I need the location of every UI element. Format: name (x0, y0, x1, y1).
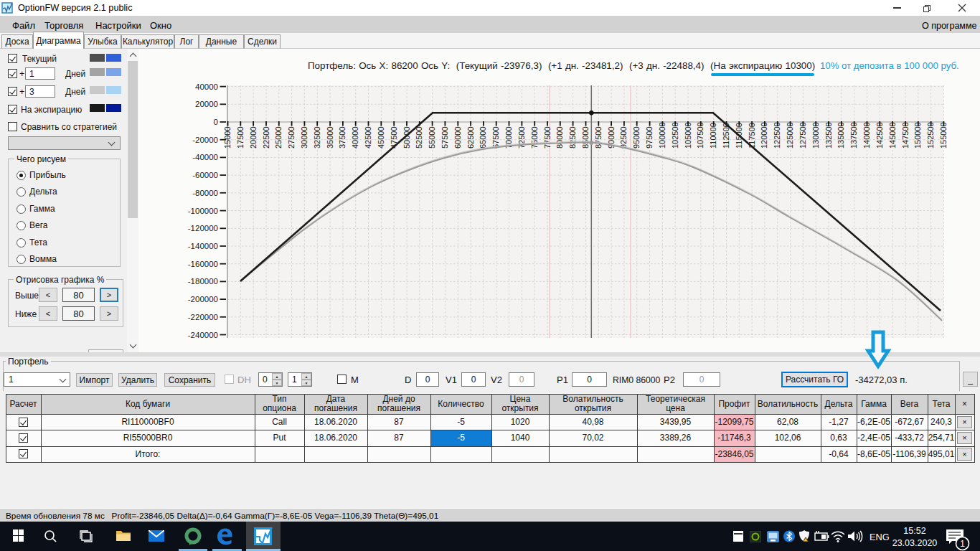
svg-text:97500: 97500 (645, 126, 654, 149)
svg-text:102500: 102500 (671, 122, 679, 149)
svg-text:95000: 95000 (632, 126, 641, 149)
svg-text:57500: 57500 (440, 126, 449, 149)
svg-text:107500: 107500 (696, 122, 705, 149)
svg-text:100000: 100000 (658, 122, 666, 149)
svg-text:30000: 30000 (300, 126, 308, 149)
svg-text:92500: 92500 (619, 126, 628, 149)
svg-text:-100000: -100000 (188, 207, 218, 215)
svg-text:75000: 75000 (530, 126, 539, 149)
svg-text:87500: 87500 (594, 126, 603, 149)
svg-text:135000: 135000 (837, 122, 845, 149)
svg-text:22500: 22500 (262, 126, 270, 149)
svg-text:20000: 20000 (195, 100, 218, 108)
svg-text:-240000: -240000 (188, 331, 218, 339)
svg-text:27500: 27500 (287, 126, 296, 149)
svg-text:60000: 60000 (453, 126, 462, 149)
svg-text:65000: 65000 (479, 126, 487, 149)
svg-text:147500: 147500 (901, 122, 910, 149)
svg-text:40000: 40000 (351, 126, 359, 149)
svg-text:37500: 37500 (338, 126, 347, 149)
svg-text:125000: 125000 (786, 122, 794, 149)
svg-text:15000: 15000 (223, 126, 232, 149)
svg-text:-180000: -180000 (188, 277, 218, 286)
svg-text:-160000: -160000 (188, 260, 218, 268)
svg-text:62500: 62500 (466, 126, 475, 149)
svg-text:-140000: -140000 (188, 242, 218, 250)
svg-text:110000: 110000 (709, 123, 717, 149)
svg-text:105000: 105000 (684, 122, 692, 149)
svg-text:45000: 45000 (377, 126, 385, 149)
svg-text:67500: 67500 (491, 126, 500, 149)
svg-text:132500: 132500 (824, 122, 833, 149)
svg-text:150000: 150000 (913, 122, 922, 149)
svg-text:140000: 140000 (862, 122, 871, 149)
svg-text:80000: 80000 (555, 126, 564, 149)
svg-text:82500: 82500 (568, 126, 577, 149)
svg-text:-120000: -120000 (188, 224, 218, 232)
svg-text:-220000: -220000 (188, 313, 218, 321)
svg-text:127500: 127500 (798, 122, 807, 149)
svg-text:-20000: -20000 (192, 136, 218, 144)
svg-text:142500: 142500 (875, 122, 884, 149)
svg-text:-200000: -200000 (188, 295, 218, 303)
svg-text:137500: 137500 (849, 122, 858, 149)
svg-text:55000: 55000 (428, 126, 436, 149)
svg-text:85000: 85000 (581, 126, 590, 149)
svg-text:77500: 77500 (543, 126, 552, 149)
svg-text:1: 1 (960, 539, 965, 549)
svg-text:35000: 35000 (326, 126, 334, 149)
svg-text:-40000: -40000 (192, 153, 218, 161)
svg-text:130000: 130000 (811, 122, 820, 149)
svg-text:155000: 155000 (939, 122, 948, 149)
svg-text:0: 0 (214, 118, 218, 126)
svg-text:-80000: -80000 (192, 189, 218, 197)
svg-text:40000: 40000 (195, 83, 218, 91)
svg-text:42500: 42500 (364, 126, 372, 149)
svg-text:152500: 152500 (926, 122, 935, 149)
svg-text:145000: 145000 (888, 122, 897, 149)
svg-text:25000: 25000 (274, 126, 283, 149)
svg-text:122500: 122500 (773, 122, 781, 149)
svg-text:-60000: -60000 (192, 171, 218, 179)
svg-text:32500: 32500 (313, 126, 321, 149)
svg-text:17500: 17500 (236, 126, 245, 149)
svg-text:20000: 20000 (249, 126, 258, 149)
svg-text:52500: 52500 (415, 126, 423, 149)
svg-text:120000: 120000 (760, 122, 768, 149)
